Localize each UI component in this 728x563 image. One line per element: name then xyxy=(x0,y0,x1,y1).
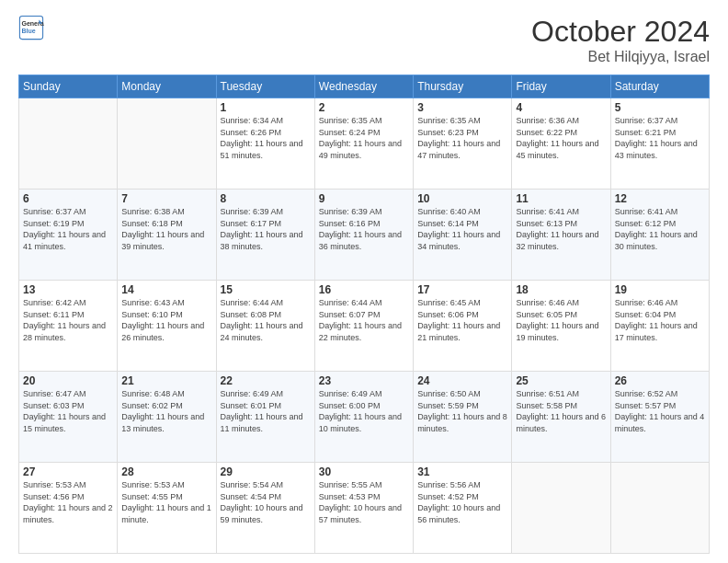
day-number: 15 xyxy=(221,283,311,296)
day-number: 30 xyxy=(319,465,409,478)
calendar-cell xyxy=(512,463,610,554)
cell-info: Sunrise: 6:44 AMSunset: 6:08 PMDaylight:… xyxy=(221,297,311,343)
calendar-cell: 6Sunrise: 6:37 AMSunset: 6:19 PMDaylight… xyxy=(19,190,118,281)
calendar-cell: 23Sunrise: 6:49 AMSunset: 6:00 PMDayligh… xyxy=(314,372,413,463)
day-number: 28 xyxy=(121,465,211,478)
day-number: 4 xyxy=(516,101,606,114)
day-of-week-header: Wednesday xyxy=(314,75,413,98)
cell-info: Sunrise: 6:45 AMSunset: 6:06 PMDaylight:… xyxy=(417,297,507,343)
day-number: 5 xyxy=(615,101,705,114)
cell-info: Sunrise: 6:37 AMSunset: 6:19 PMDaylight:… xyxy=(23,206,113,252)
calendar-cell: 5Sunrise: 6:37 AMSunset: 6:21 PMDaylight… xyxy=(610,98,709,190)
day-number: 18 xyxy=(516,283,606,296)
day-number: 26 xyxy=(615,374,705,387)
day-of-week-header: Tuesday xyxy=(216,75,314,98)
calendar-cell: 18Sunrise: 6:46 AMSunset: 6:05 PMDayligh… xyxy=(512,281,610,372)
cell-info: Sunrise: 6:41 AMSunset: 6:12 PMDaylight:… xyxy=(615,206,705,252)
cell-info: Sunrise: 5:54 AMSunset: 4:54 PMDaylight:… xyxy=(221,479,311,525)
cell-info: Sunrise: 6:34 AMSunset: 6:26 PMDaylight:… xyxy=(221,115,311,161)
calendar-week-row: 1Sunrise: 6:34 AMSunset: 6:26 PMDaylight… xyxy=(19,98,710,190)
calendar-cell: 26Sunrise: 6:52 AMSunset: 5:57 PMDayligh… xyxy=(610,372,709,463)
calendar-week-row: 27Sunrise: 5:53 AMSunset: 4:56 PMDayligh… xyxy=(19,463,710,554)
calendar-cell: 22Sunrise: 6:49 AMSunset: 6:01 PMDayligh… xyxy=(216,372,314,463)
day-number: 23 xyxy=(319,374,409,387)
day-number: 1 xyxy=(221,101,311,114)
calendar-cell: 20Sunrise: 6:47 AMSunset: 6:03 PMDayligh… xyxy=(19,372,118,463)
calendar-cell: 7Sunrise: 6:38 AMSunset: 6:18 PMDaylight… xyxy=(118,190,216,281)
day-number: 29 xyxy=(221,465,311,478)
day-number: 14 xyxy=(121,283,211,296)
day-number: 9 xyxy=(319,192,409,205)
logo: General Blue xyxy=(18,15,44,40)
day-number: 7 xyxy=(121,192,211,205)
cell-info: Sunrise: 6:36 AMSunset: 6:22 PMDaylight:… xyxy=(516,115,606,161)
day-number: 12 xyxy=(615,192,705,205)
calendar-week-row: 6Sunrise: 6:37 AMSunset: 6:19 PMDaylight… xyxy=(19,190,710,281)
day-of-week-header: Friday xyxy=(512,75,610,98)
calendar-cell: 31Sunrise: 5:56 AMSunset: 4:52 PMDayligh… xyxy=(414,463,512,554)
day-of-week-header: Monday xyxy=(118,75,216,98)
cell-info: Sunrise: 6:38 AMSunset: 6:18 PMDaylight:… xyxy=(121,206,211,252)
calendar-cell: 1Sunrise: 6:34 AMSunset: 6:26 PMDaylight… xyxy=(216,98,314,190)
calendar-table: SundayMondayTuesdayWednesdayThursdayFrid… xyxy=(18,75,710,554)
calendar-cell: 16Sunrise: 6:44 AMSunset: 6:07 PMDayligh… xyxy=(314,281,413,372)
day-number: 3 xyxy=(417,101,507,114)
calendar-header-row: SundayMondayTuesdayWednesdayThursdayFrid… xyxy=(19,75,710,98)
calendar-cell: 2Sunrise: 6:35 AMSunset: 6:24 PMDaylight… xyxy=(314,98,413,190)
calendar-cell: 21Sunrise: 6:48 AMSunset: 6:02 PMDayligh… xyxy=(118,372,216,463)
day-number: 27 xyxy=(23,465,113,478)
day-number: 20 xyxy=(23,374,113,387)
day-number: 21 xyxy=(121,374,211,387)
cell-info: Sunrise: 6:41 AMSunset: 6:13 PMDaylight:… xyxy=(516,206,606,252)
day-number: 10 xyxy=(417,192,507,205)
cell-info: Sunrise: 6:47 AMSunset: 6:03 PMDaylight:… xyxy=(23,388,113,434)
cell-info: Sunrise: 6:39 AMSunset: 6:17 PMDaylight:… xyxy=(221,206,311,252)
calendar-cell: 19Sunrise: 6:46 AMSunset: 6:04 PMDayligh… xyxy=(610,281,709,372)
cell-info: Sunrise: 6:44 AMSunset: 6:07 PMDaylight:… xyxy=(319,297,409,343)
cell-info: Sunrise: 5:53 AMSunset: 4:56 PMDaylight:… xyxy=(23,479,113,525)
calendar-cell: 3Sunrise: 6:35 AMSunset: 6:23 PMDaylight… xyxy=(414,98,512,190)
cell-info: Sunrise: 6:42 AMSunset: 6:11 PMDaylight:… xyxy=(23,297,113,343)
cell-info: Sunrise: 6:43 AMSunset: 6:10 PMDaylight:… xyxy=(121,297,211,343)
day-of-week-header: Saturday xyxy=(610,75,709,98)
cell-info: Sunrise: 6:46 AMSunset: 6:05 PMDaylight:… xyxy=(516,297,606,343)
day-number: 17 xyxy=(417,283,507,296)
month-title: October 2024 xyxy=(531,15,710,49)
calendar-cell: 4Sunrise: 6:36 AMSunset: 6:22 PMDaylight… xyxy=(512,98,610,190)
day-number: 19 xyxy=(615,283,705,296)
calendar-cell: 28Sunrise: 5:53 AMSunset: 4:55 PMDayligh… xyxy=(118,463,216,554)
day-number: 13 xyxy=(23,283,113,296)
cell-info: Sunrise: 6:51 AMSunset: 5:58 PMDaylight:… xyxy=(516,388,606,434)
calendar-cell: 10Sunrise: 6:40 AMSunset: 6:14 PMDayligh… xyxy=(414,190,512,281)
calendar-cell: 27Sunrise: 5:53 AMSunset: 4:56 PMDayligh… xyxy=(19,463,118,554)
day-number: 8 xyxy=(221,192,311,205)
cell-info: Sunrise: 6:37 AMSunset: 6:21 PMDaylight:… xyxy=(615,115,705,161)
cell-info: Sunrise: 6:39 AMSunset: 6:16 PMDaylight:… xyxy=(319,206,409,252)
day-number: 2 xyxy=(319,101,409,114)
svg-text:Blue: Blue xyxy=(22,28,36,34)
calendar-cell: 17Sunrise: 6:45 AMSunset: 6:06 PMDayligh… xyxy=(414,281,512,372)
calendar-cell xyxy=(19,98,118,190)
calendar-cell xyxy=(118,98,216,190)
cell-info: Sunrise: 5:55 AMSunset: 4:53 PMDaylight:… xyxy=(319,479,409,525)
calendar-cell: 13Sunrise: 6:42 AMSunset: 6:11 PMDayligh… xyxy=(19,281,118,372)
page: General Blue October 2024 Bet Hilqiyya, … xyxy=(0,0,728,563)
cell-info: Sunrise: 6:35 AMSunset: 6:23 PMDaylight:… xyxy=(417,115,507,161)
day-number: 31 xyxy=(417,465,507,478)
title-block: October 2024 Bet Hilqiyya, Israel xyxy=(531,15,710,65)
cell-info: Sunrise: 6:49 AMSunset: 6:00 PMDaylight:… xyxy=(319,388,409,434)
cell-info: Sunrise: 5:53 AMSunset: 4:55 PMDaylight:… xyxy=(121,479,211,525)
day-number: 25 xyxy=(516,374,606,387)
calendar-cell: 25Sunrise: 6:51 AMSunset: 5:58 PMDayligh… xyxy=(512,372,610,463)
cell-info: Sunrise: 6:40 AMSunset: 6:14 PMDaylight:… xyxy=(417,206,507,252)
day-of-week-header: Sunday xyxy=(19,75,118,98)
calendar-cell: 8Sunrise: 6:39 AMSunset: 6:17 PMDaylight… xyxy=(216,190,314,281)
calendar-cell: 24Sunrise: 6:50 AMSunset: 5:59 PMDayligh… xyxy=(414,372,512,463)
cell-info: Sunrise: 6:50 AMSunset: 5:59 PMDaylight:… xyxy=(417,388,507,434)
calendar-week-row: 20Sunrise: 6:47 AMSunset: 6:03 PMDayligh… xyxy=(19,372,710,463)
cell-info: Sunrise: 5:56 AMSunset: 4:52 PMDaylight:… xyxy=(417,479,507,525)
header: General Blue October 2024 Bet Hilqiyya, … xyxy=(18,15,710,65)
cell-info: Sunrise: 6:52 AMSunset: 5:57 PMDaylight:… xyxy=(615,388,705,434)
cell-info: Sunrise: 6:48 AMSunset: 6:02 PMDaylight:… xyxy=(121,388,211,434)
calendar-cell: 29Sunrise: 5:54 AMSunset: 4:54 PMDayligh… xyxy=(216,463,314,554)
